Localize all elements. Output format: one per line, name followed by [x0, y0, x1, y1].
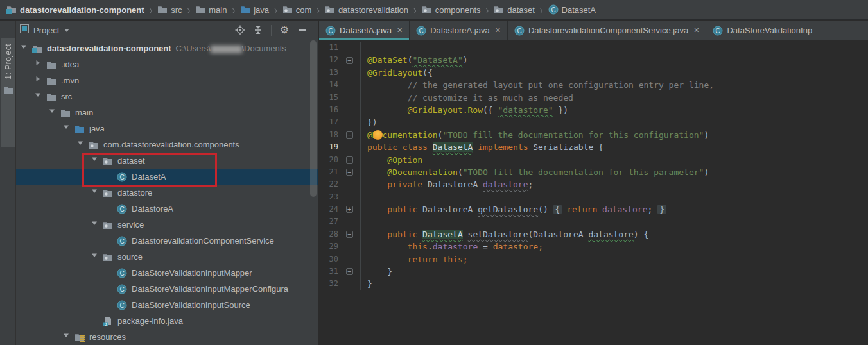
tab-datastorea-java[interactable]: CDatastoreA.java✕	[410, 21, 508, 40]
tree-item-datastorevalidationinputmapper[interactable]: CDataStoreValidationInputMapper	[16, 265, 318, 281]
fold-collapse-icon[interactable]: −	[346, 169, 353, 176]
line-number: 15	[319, 92, 338, 104]
expand-arrow[interactable]	[62, 332, 74, 342]
tree-item-idea[interactable]: .idea	[16, 56, 318, 72]
tool-window-button-project[interactable]: 1: Project	[1, 38, 15, 147]
code-line-24[interactable]: 24+ public DatastoreA getDatastore() { r…	[319, 203, 868, 215]
gutter	[338, 92, 361, 104]
code-line-18[interactable]: 18−@Documentation("TODO fill the documen…	[319, 129, 868, 141]
expand-arrow[interactable]	[90, 188, 103, 198]
close-icon[interactable]: ✕	[693, 26, 699, 35]
tree-item-datastorevalidationinputmapperconfigura[interactable]: CDataStoreValidationInputMapperConfigura	[16, 281, 318, 297]
code-line-12[interactable]: 12−@DataSet("DatasetA")	[319, 54, 868, 66]
tree-item-service[interactable]: service	[16, 217, 318, 233]
breadcrumb-item-java[interactable]: java	[239, 4, 270, 15]
collapse-all-button[interactable]	[253, 25, 263, 35]
fold-collapse-icon[interactable]: −	[346, 268, 353, 275]
breadcrumb-item-dataset[interactable]: dataset	[492, 4, 536, 15]
svg-text:C: C	[119, 173, 124, 180]
tree-item-datastorevalidationcomponentservice[interactable]: CDatastorevalidationComponentService	[16, 233, 318, 249]
hide-button[interactable]	[297, 25, 308, 35]
tree-item-com-datastorevalidation-components[interactable]: com.datastorevalidation.components	[16, 137, 318, 153]
gutter: −	[338, 54, 361, 66]
line-number: 23	[319, 191, 338, 203]
tree-item-datastore[interactable]: datastore	[16, 185, 318, 201]
breadcrumb-item-main[interactable]: main	[194, 4, 228, 15]
expand-arrow[interactable]	[33, 60, 46, 70]
tree-item-dataset[interactable]: dataset	[16, 153, 318, 169]
code-line-31[interactable]: 31− }	[319, 265, 868, 278]
tab-datastorevalidationinp[interactable]: CDataStoreValidationInp	[706, 21, 819, 40]
chevron-separator-icon: ›	[536, 3, 547, 17]
expand-arrow[interactable]	[33, 76, 46, 86]
tree-item-label: DataStoreValidationInputMapper	[130, 268, 252, 278]
code-editor[interactable]: 1112−@DataSet("DatasetA")13@GridLayout({…	[319, 42, 868, 290]
code-line-28[interactable]: 28− public DatasetA setDatastore(Datasto…	[319, 228, 868, 240]
tree-item-datastorevalidationinputsource[interactable]: CDataStoreValidationInputSource	[16, 297, 318, 313]
code-line-27[interactable]: 27	[319, 215, 868, 228]
tree-item-main[interactable]: main	[16, 105, 318, 121]
line-number: 27	[319, 215, 338, 228]
breadcrumb-item-com[interactable]: com	[281, 4, 313, 15]
tree-item-resources[interactable]: resources	[16, 329, 318, 345]
tree-item-dataseta[interactable]: CDatasetA	[16, 169, 318, 185]
svg-text:C: C	[119, 269, 124, 276]
tree-item-java[interactable]: java	[16, 121, 318, 137]
fold-collapse-icon[interactable]: −	[346, 131, 353, 139]
code-line-19[interactable]: 19public class DatasetA implements Seria…	[319, 141, 868, 153]
folder-java-icon	[240, 4, 250, 15]
breadcrumb-item-src[interactable]: src	[156, 4, 183, 15]
tree-item-package-info-java[interactable]: Jpackage-info.java	[16, 313, 318, 329]
expand-arrow[interactable]	[48, 108, 60, 118]
code-line-20[interactable]: 20− @Option	[319, 154, 868, 166]
breadcrumb-item-dataseta[interactable]: CDatasetA	[547, 4, 597, 15]
breadcrumb-item-components[interactable]: components	[421, 4, 482, 15]
tab-label: DatasetA.java	[340, 26, 392, 35]
code-line-22[interactable]: 22 private DatastoreA datastore;	[319, 178, 868, 190]
expand-arrow[interactable]	[90, 252, 103, 262]
code-line-13[interactable]: 13@GridLayout({	[319, 67, 868, 79]
tree-item-source[interactable]: source	[16, 249, 318, 265]
tree-item-datastorea[interactable]: CDatastoreA	[16, 201, 318, 217]
line-number: 29	[319, 240, 338, 253]
tab-dataseta-java[interactable]: CDatasetA.java✕	[319, 21, 410, 40]
fold-collapse-icon[interactable]: −	[346, 231, 353, 238]
svg-text:C: C	[716, 27, 720, 34]
expand-arrow[interactable]	[19, 44, 32, 54]
tree-item-src[interactable]: src	[16, 88, 318, 105]
code-line-11[interactable]: 11	[319, 42, 868, 54]
fold-expand-icon[interactable]: +	[346, 206, 353, 213]
expand-arrow[interactable]	[62, 124, 74, 134]
tree-item-mvn[interactable]: .mvn	[16, 72, 318, 88]
tree-item-label: datastore	[116, 188, 152, 198]
locate-button[interactable]	[235, 25, 245, 35]
code-line-32[interactable]: 32}	[319, 278, 868, 290]
code-text: @Documentation("TODO fill the documentat…	[361, 129, 868, 141]
breadcrumb-item-datastorevalidation-component[interactable]: datastorevalidation-component	[5, 4, 146, 15]
breadcrumb-item-datastorevalidation[interactable]: datastorevalidation	[324, 4, 410, 15]
code-line-21[interactable]: 21− @Documentation("TODO fill the docume…	[319, 166, 868, 178]
arrow-down-icon	[91, 220, 101, 230]
expand-arrow[interactable]	[76, 140, 89, 150]
fold-collapse-icon[interactable]: −	[346, 57, 353, 64]
code-line-30[interactable]: 30 return this;	[319, 253, 868, 265]
close-icon[interactable]: ✕	[397, 26, 403, 35]
close-icon[interactable]: ✕	[495, 26, 501, 35]
code-line-14[interactable]: 14 // the generated layout put one confi…	[319, 79, 868, 91]
code-line-17[interactable]: 17})	[319, 116, 868, 128]
tree-item-datastorevalidation-component[interactable]: datastorevalidation-componentC:\Users\██…	[16, 40, 318, 56]
tab-datastorevalidationcomponentservice-java[interactable]: CDatastorevalidationComponentService.jav…	[508, 21, 707, 40]
code-line-29[interactable]: 29 this.datastore = datastore;	[319, 240, 868, 253]
expand-arrow[interactable]	[90, 220, 103, 230]
project-scrollbar[interactable]	[310, 40, 317, 197]
expand-arrow[interactable]	[33, 92, 46, 102]
code-line-15[interactable]: 15 // customize it as much as needed	[319, 92, 868, 104]
gutter	[338, 42, 361, 54]
intention-bulb-icon[interactable]	[373, 130, 383, 140]
code-line-23[interactable]: 23	[319, 191, 868, 203]
code-line-16[interactable]: 16 @GridLayout.Row({ "datastore" })	[319, 104, 868, 116]
fold-collapse-icon[interactable]: −	[346, 156, 353, 164]
expand-arrow[interactable]	[90, 156, 103, 166]
chevron-down-icon[interactable]	[64, 29, 69, 32]
settings-button[interactable]: ⚙	[279, 25, 290, 35]
